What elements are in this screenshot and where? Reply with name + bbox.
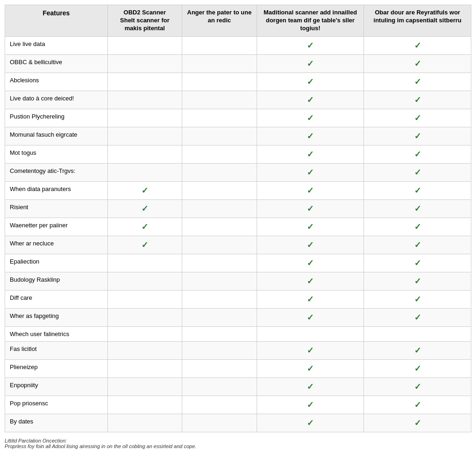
feature-value-col4: ✓: [257, 91, 364, 109]
check-icon: ✓: [262, 204, 359, 214]
table-row: Risient✓✓✓: [5, 199, 471, 218]
feature-value-col2: [107, 73, 182, 91]
feature-label: Live live data: [5, 36, 108, 54]
feature-value-col3: [182, 341, 257, 359]
table-row: Pop priosensc✓✓: [5, 396, 471, 414]
feature-value-col3: [182, 218, 257, 236]
check-icon: ✓: [369, 312, 466, 323]
check-icon: ✓: [112, 204, 177, 214]
footer-line2: Proprless foy foin all Adool lising aire…: [5, 443, 471, 449]
check-icon: ✓: [262, 345, 359, 356]
check-icon: ✓: [262, 113, 359, 123]
check-icon: ✓: [262, 131, 359, 141]
feature-value-col2: [107, 290, 182, 308]
feature-value-col3: [182, 272, 257, 290]
header-col5: Obar dour are Reyratifuls wor intuling i…: [364, 5, 471, 37]
check-icon: ✓: [369, 222, 466, 232]
feature-value-col5: ✓: [364, 308, 471, 326]
check-icon: ✓: [262, 400, 359, 410]
feature-value-col3: [182, 236, 257, 254]
check-icon: ✓: [112, 240, 177, 250]
check-icon: ✓: [262, 382, 359, 392]
feature-label: Risient: [5, 199, 108, 218]
feature-value-col3: [182, 359, 257, 377]
check-icon: ✓: [262, 240, 359, 250]
feature-value-col4: ✓: [257, 218, 364, 236]
feature-value-col4: ✓: [257, 199, 364, 218]
feature-value-col3: [182, 396, 257, 414]
table-row: Epaliection✓✓: [5, 254, 471, 272]
feature-label: Diff care: [5, 290, 108, 308]
feature-value-col2: [107, 91, 182, 109]
feature-value-col5: ✓: [364, 272, 471, 290]
feature-label: By dates: [5, 414, 108, 432]
feature-label: When diata paranuters: [5, 181, 108, 199]
table-row: By dates✓✓: [5, 414, 471, 432]
feature-label: Pustion Plychereling: [5, 109, 108, 127]
feature-value-col5: ✓: [364, 414, 471, 432]
check-icon: ✓: [262, 418, 359, 428]
feature-value-col2: [107, 109, 182, 127]
feature-value-col3: [182, 414, 257, 432]
feature-value-col3: [182, 377, 257, 396]
feature-value-col5: ✓: [364, 218, 471, 236]
check-icon: ✓: [112, 185, 177, 196]
check-icon: ✓: [369, 59, 466, 69]
check-icon: ✓: [262, 258, 359, 268]
table-row: OBBC & bellicultive✓✓: [5, 54, 471, 73]
table-row: Plieneizep✓✓: [5, 359, 471, 377]
check-icon: ✓: [369, 40, 466, 51]
feature-value-col4: ✓: [257, 73, 364, 91]
check-icon: ✓: [262, 77, 359, 87]
feature-value-col2: [107, 272, 182, 290]
check-icon: ✓: [262, 364, 359, 374]
feature-label: Enpopniity: [5, 377, 108, 396]
feature-value-col4: ✓: [257, 236, 364, 254]
feature-label: Cometentogy atic-Trgvs:: [5, 163, 108, 181]
table-row: Wher ar necluce✓✓✓: [5, 236, 471, 254]
feature-value-col3: [182, 254, 257, 272]
feature-value-col5: ✓: [364, 341, 471, 359]
feature-value-col5: ✓: [364, 396, 471, 414]
check-icon: ✓: [262, 95, 359, 105]
table-row: Whech user falinetrics: [5, 326, 471, 341]
feature-value-col2: [107, 359, 182, 377]
feature-value-col2: [107, 326, 182, 341]
check-icon: ✓: [262, 149, 359, 159]
feature-value-col2: [107, 54, 182, 73]
feature-label: Whech user falinetrics: [5, 326, 108, 341]
feature-value-col4: ✓: [257, 109, 364, 127]
check-icon: ✓: [262, 40, 359, 51]
check-icon: ✓: [262, 59, 359, 69]
feature-value-col5: ✓: [364, 127, 471, 145]
feature-label: Fas licitlot: [5, 341, 108, 359]
check-icon: ✓: [369, 131, 466, 141]
feature-value-col3: [182, 163, 257, 181]
check-icon: ✓: [262, 294, 359, 304]
feature-value-col5: ✓: [364, 290, 471, 308]
feature-value-col5: ✓: [364, 109, 471, 127]
feature-value-col5: ✓: [364, 73, 471, 91]
check-icon: ✓: [369, 149, 466, 159]
check-icon: ✓: [369, 345, 466, 356]
table-row: Wher as fapgeting✓✓: [5, 308, 471, 326]
feature-value-col5: ✓: [364, 377, 471, 396]
check-icon: ✓: [369, 400, 466, 410]
feature-label: Abclesions: [5, 73, 108, 91]
feature-value-col4: ✓: [257, 181, 364, 199]
check-icon: ✓: [369, 113, 466, 123]
feature-value-col5: ✓: [364, 36, 471, 54]
footer-line1: Littitd Parclation Oncection:: [5, 438, 471, 443]
feature-value-col3: [182, 181, 257, 199]
footer-note: Littitd Parclation Oncection: Proprless …: [5, 438, 471, 449]
header-row: Features OBD2 ScannerShelt scanner for m…: [5, 5, 471, 37]
header-features: Features: [5, 5, 108, 37]
check-icon: ✓: [369, 95, 466, 105]
feature-value-col2: ✓: [107, 236, 182, 254]
feature-value-col5: ✓: [364, 199, 471, 218]
feature-value-col3: [182, 308, 257, 326]
feature-label: Plieneizep: [5, 359, 108, 377]
feature-value-col2: ✓: [107, 199, 182, 218]
table-body: Live live data✓✓OBBC & bellicultive✓✓Abc…: [5, 36, 471, 432]
feature-value-col2: ✓: [107, 218, 182, 236]
